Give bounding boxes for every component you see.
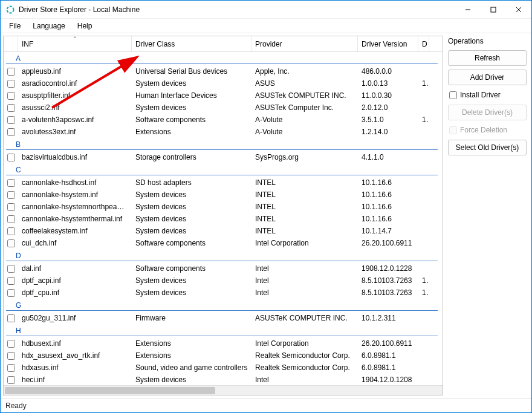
table-row[interactable]: avolutess3ext.infExtensionsA-Volute1.2.1… [4, 126, 443, 138]
menu-file[interactable]: File [3, 20, 27, 32]
cell-provider: INTEL [251, 178, 358, 187]
row-checkbox[interactable] [7, 203, 15, 211]
table-row[interactable]: dptf_acpi.infSystem devicesIntel8.5.1010… [4, 275, 443, 287]
cell-provider: ASUSTek COMPUTER INC. [251, 91, 358, 100]
table-row[interactable]: asussci2.infSystem devicesASUSTek Comput… [4, 102, 443, 114]
menu-help[interactable]: Help [71, 20, 99, 32]
statusbar: Ready [1, 398, 531, 412]
cell-provider: INTEL [251, 203, 358, 211]
row-checkbox[interactable] [7, 179, 15, 187]
app-icon [5, 5, 15, 15]
row-checkbox[interactable] [7, 116, 15, 124]
table-row[interactable]: appleusb.infUniversal Serial Bus devices… [4, 65, 443, 77]
cell-class: System devices [132, 79, 251, 88]
table-row[interactable]: cannonlake-hsystemthermal.infSystem devi… [4, 213, 443, 225]
install-driver-check[interactable] [449, 91, 457, 99]
driver-list[interactable]: Aappleusb.infUniversal Serial Bus device… [4, 52, 443, 385]
cell-version: 3.5.1.0 [358, 115, 418, 124]
cell-version: 26.20.100.6911 [358, 339, 418, 348]
cell-class: System devices [132, 276, 251, 285]
cell-inf: hdxasus.inf [18, 363, 132, 372]
row-checkbox[interactable] [7, 376, 15, 384]
group-header[interactable]: A [6, 52, 438, 64]
table-row[interactable]: cannonlake-hsystem.infSystem devicesINTE… [4, 189, 443, 201]
titlebar: Driver Store Explorer - Local Machine [1, 1, 531, 19]
scrollbar-thumb[interactable] [5, 387, 215, 394]
table-row[interactable]: heci.infSystem devicesIntel1904.12.0.120… [4, 374, 443, 385]
install-driver-checkbox[interactable]: Install Driver [448, 89, 527, 101]
table-row[interactable]: a-volutenh3aposwc.infSoftware components… [4, 114, 443, 126]
column-inf[interactable]: INF ⌃ [18, 36, 132, 51]
group-header[interactable]: D [6, 249, 438, 261]
cell-version: 10.1.16.6 [358, 178, 418, 187]
cell-d: 1 [418, 276, 429, 285]
row-checkbox[interactable] [7, 340, 15, 348]
table-row[interactable]: hdxasus.infSound, video and game control… [4, 362, 443, 374]
cell-version: 2.0.12.0 [358, 103, 418, 112]
row-checkbox[interactable] [7, 352, 15, 360]
cell-class: System devices [132, 190, 251, 199]
table-row[interactable]: cannonlake-hsystemnorthpeak.infSystem de… [4, 201, 443, 213]
select-old-drivers-button[interactable]: Select Old Driver(s) [448, 140, 527, 155]
cell-provider: SysProgs.org [251, 153, 358, 161]
cell-class: System devices [132, 376, 251, 384]
column-provider[interactable]: Provider [251, 36, 358, 51]
row-checkbox[interactable] [7, 80, 15, 88]
menu-language[interactable]: Language [27, 20, 71, 32]
row-checkbox[interactable] [7, 215, 15, 223]
row-checkbox[interactable] [7, 68, 15, 76]
row-checkbox[interactable] [7, 265, 15, 273]
add-driver-button[interactable]: Add Driver [448, 70, 527, 85]
delete-drivers-button[interactable]: Delete Driver(s) [448, 105, 527, 120]
cell-provider: A-Volute [251, 128, 358, 136]
cell-version: 8.5.10103.7263 [358, 276, 418, 285]
row-checkbox[interactable] [7, 191, 15, 199]
table-row[interactable]: dptf_cpu.infSystem devicesIntel8.5.10103… [4, 287, 443, 299]
row-checkbox[interactable] [7, 154, 15, 161]
table-row[interactable]: cui_dch.infSoftware componentsIntel Corp… [4, 237, 443, 249]
row-checkbox[interactable] [7, 128, 15, 136]
cell-class: Human Interface Devices [132, 91, 251, 100]
cell-inf: cannonlake-hsdhost.inf [18, 178, 132, 187]
svg-rect-2 [491, 7, 496, 12]
row-checkbox[interactable] [7, 239, 15, 247]
table-row[interactable]: hdx_asusext_avo_rtk.infExtensionsRealtek… [4, 350, 443, 362]
table-row[interactable]: coffeelakesystem.infSystem devicesINTEL1… [4, 225, 443, 237]
table-row[interactable]: asusptpfilter.infHuman Interface Devices… [4, 89, 443, 102]
group-header[interactable]: H [6, 324, 438, 336]
row-checkbox[interactable] [7, 104, 15, 112]
row-checkbox[interactable] [7, 289, 15, 297]
refresh-button[interactable]: Refresh [448, 50, 527, 66]
maximize-button[interactable] [481, 1, 506, 19]
row-checkbox[interactable] [7, 364, 15, 372]
group-header[interactable]: B [6, 138, 438, 150]
cell-inf: appleusb.inf [18, 67, 132, 76]
row-checkbox[interactable] [7, 277, 15, 285]
row-checkbox[interactable] [7, 314, 15, 322]
cell-inf: coffeelakesystem.inf [18, 227, 132, 235]
operations-title: Operations [448, 37, 527, 45]
table-row[interactable]: asradiocontrol.infSystem devicesASUS1.0.… [4, 77, 443, 89]
minimize-button[interactable] [455, 1, 481, 19]
table-row[interactable]: bazisvirtualcdbus.infStorage controllers… [4, 151, 443, 163]
cell-version: 1904.12.0.1208 [358, 376, 418, 384]
group-header[interactable]: C [6, 163, 438, 175]
close-button[interactable] [506, 1, 531, 19]
row-checkbox[interactable] [7, 227, 15, 235]
cell-version: 26.20.100.6911 [358, 239, 418, 247]
cell-provider: ASUSTeK COMPUTER INC. [251, 314, 358, 322]
menubar: File Language Help [1, 19, 531, 33]
column-driver-class[interactable]: Driver Class [132, 36, 251, 51]
cell-d: 1 [418, 288, 429, 297]
column-d[interactable]: D [418, 36, 429, 51]
cell-class: Extensions [132, 128, 251, 136]
row-checkbox[interactable] [7, 92, 15, 100]
table-row[interactable]: dal.infSoftware componentsIntel1908.12.0… [4, 262, 443, 275]
cell-version: 8.5.10103.7263 [358, 288, 418, 297]
table-row[interactable]: cannonlake-hsdhost.infSD host adaptersIN… [4, 177, 443, 189]
table-row[interactable]: hdbusext.infExtensionsIntel Corporation2… [4, 337, 443, 350]
table-row[interactable]: gu502gu_311.infFirmwareASUSTeK COMPUTER … [4, 312, 443, 324]
horizontal-scrollbar[interactable] [4, 385, 443, 395]
column-version[interactable]: Driver Version [358, 36, 418, 51]
group-header[interactable]: G [6, 299, 438, 311]
